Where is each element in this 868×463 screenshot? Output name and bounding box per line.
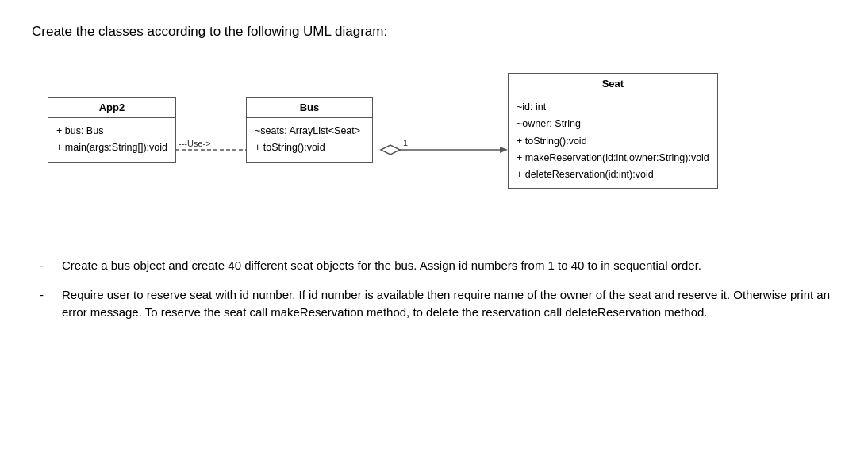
app2-member-1: + main(args:String[]):void <box>56 140 167 156</box>
bus-member-1: + toString():void <box>255 140 364 156</box>
svg-marker-5 <box>500 147 508 153</box>
svg-marker-3 <box>381 145 400 155</box>
bus-body: ~seats: ArrayList<Seat> + toString():voi… <box>247 118 372 162</box>
uml-class-seat: Seat ~id: int ~owner: String + toString(… <box>508 73 718 189</box>
bus-member-0: ~seats: ArrayList<Seat> <box>255 123 364 140</box>
bullet-text-1: Require user to reserve seat with id num… <box>62 286 836 322</box>
seat-title: Seat <box>509 74 717 94</box>
bullet-dash-0: - <box>40 257 56 275</box>
seat-member-3: + makeReservation(id:int,owner:String):v… <box>517 150 709 166</box>
uml-diagram: ---Use-> 1 App2 + bus: Bus + main(args:S… <box>48 57 836 232</box>
uml-class-bus: Bus ~seats: ArrayList<Seat> + toString()… <box>246 97 373 163</box>
svg-text:---Use->: ---Use-> <box>179 139 211 148</box>
app2-title: App2 <box>48 98 175 118</box>
list-item: - Require user to reserve seat with id n… <box>40 286 836 322</box>
app2-body: + bus: Bus + main(args:String[]):void <box>48 118 175 162</box>
bullet-dash-1: - <box>40 286 56 304</box>
svg-text:1: 1 <box>403 138 408 147</box>
seat-member-2: + toString():void <box>517 133 709 150</box>
seat-member-4: + deleteReservation(id:int):void <box>517 166 709 183</box>
seat-body: ~id: int ~owner: String + toString():voi… <box>509 94 717 188</box>
seat-member-0: ~id: int <box>517 99 709 116</box>
seat-member-1: ~owner: String <box>517 116 709 132</box>
bullet-text-0: Create a bus object and create 40 differ… <box>62 257 836 275</box>
bullet-list: - Create a bus object and create 40 diff… <box>40 257 836 322</box>
app2-member-0: + bus: Bus <box>56 123 167 140</box>
page-heading: Create the classes according to the foll… <box>32 24 836 40</box>
uml-class-app2: App2 + bus: Bus + main(args:String[]):vo… <box>48 97 176 163</box>
bus-title: Bus <box>247 98 372 118</box>
list-item: - Create a bus object and create 40 diff… <box>40 257 836 275</box>
